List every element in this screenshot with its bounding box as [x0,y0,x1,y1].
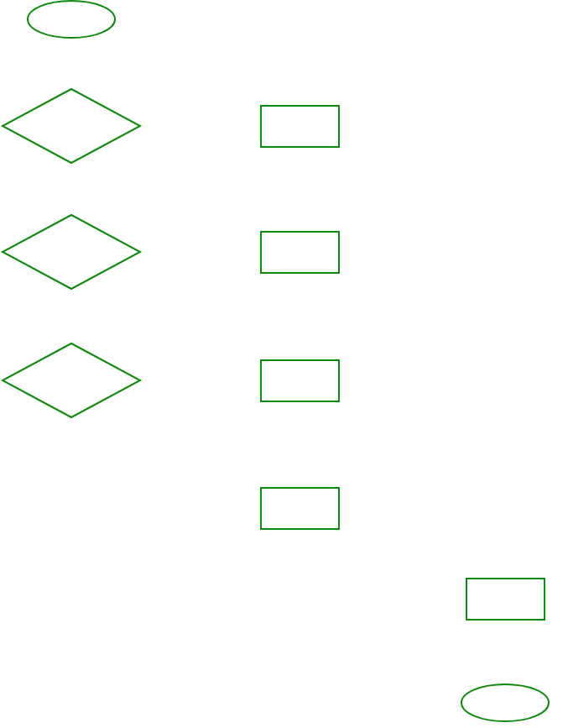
process-5 [466,579,545,620]
process-4 [261,488,339,529]
process-1 [261,106,339,147]
decision-2 [3,215,140,289]
process-3 [261,360,339,401]
start-terminator [28,1,115,38]
end-terminator [461,684,549,721]
flowchart-canvas [0,0,568,728]
decision-1 [3,89,140,163]
process-2 [261,232,339,273]
decision-3 [3,343,140,417]
